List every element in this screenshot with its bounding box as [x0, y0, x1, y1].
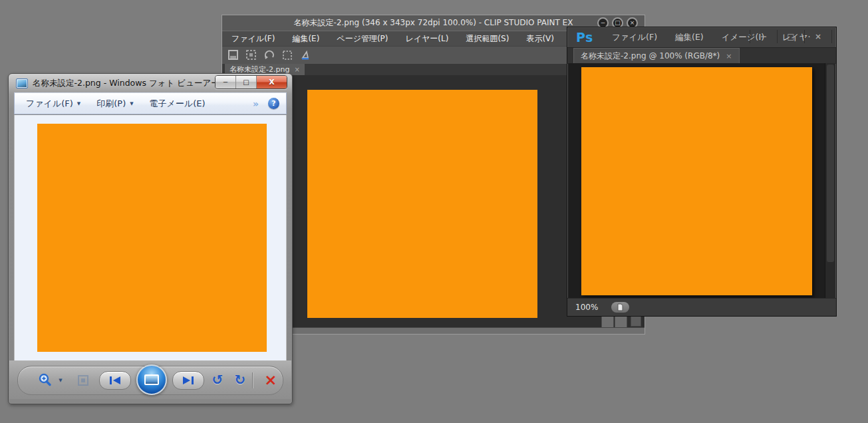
canvas-image[interactable] [307, 90, 537, 318]
photo-image [37, 124, 267, 352]
menu-page-manage[interactable]: ページ管理(P) [337, 33, 388, 45]
rotate-view-icon[interactable] [263, 49, 276, 62]
photoshop-titlebar[interactable]: Ps ファイル(F) 編集(E) イメージ(I) レイヤ· − □ × [567, 27, 836, 47]
chevron-down-icon: ▼ [77, 101, 80, 106]
close-button[interactable]: × [804, 30, 832, 43]
menu-layer[interactable]: レイヤー(L) [406, 33, 449, 45]
photo-viewer-app-icon [16, 78, 28, 88]
photoshop-tabbar: 名称未設定-2.png @ 100% (RGB/8*) × [567, 47, 836, 64]
tab-close-icon[interactable]: × [726, 52, 732, 61]
minimize-button[interactable]: − [750, 30, 777, 43]
zoom-level[interactable]: 100% [575, 303, 598, 312]
menu-select[interactable]: 選択範囲(S) [466, 33, 509, 45]
photo-viewer-window-controls: − □ X [215, 75, 287, 89]
menu-email[interactable]: 電子メール(E) [145, 98, 210, 110]
rotate-clockwise-button[interactable]: ↻ [232, 372, 248, 388]
photoshop-window-controls: − □ × [750, 30, 832, 43]
previous-button[interactable] [99, 371, 131, 390]
clip-studio-title: 名称未設定-2.png (346 x 343px 72dpi 100.0%) -… [294, 18, 573, 27]
photo-viewer-menubar: ファイル(F) ▼ 印刷(P) ▼ 電子メール(E) » ? [14, 92, 287, 114]
photo-viewer-toolbar: ▼ [9, 360, 291, 399]
menu-edit[interactable]: 編集(E) [292, 33, 319, 45]
canvas-image[interactable] [581, 67, 812, 295]
document-tab[interactable]: 名称未設定-2.png @ 100% (RGB/8*) × [573, 48, 740, 64]
menu-file[interactable]: ファイル(F) [231, 33, 275, 45]
desktop: 名称未設定-2.png (346 x 343px 72dpi 100.0%) -… [0, 0, 868, 423]
zoom-dropdown-caret[interactable]: ▼ [57, 376, 65, 384]
document-tab-label: 名称未設定-2.png @ 100% (RGB/8*) [581, 51, 720, 62]
menu-file[interactable]: ファイル(F) ▼ [21, 98, 85, 110]
delete-button[interactable]: × [261, 371, 280, 388]
slideshow-button[interactable] [136, 364, 167, 395]
menu-print[interactable]: 印刷(P) ▼ [92, 98, 138, 110]
chevron-down-icon: ▼ [130, 101, 133, 106]
import-icon[interactable] [245, 49, 258, 62]
overflow-chevron-icon[interactable]: » [253, 98, 259, 109]
minimize-button[interactable]: − [216, 76, 236, 88]
slideshow-icon [144, 374, 159, 385]
rotate-counterclockwise-button[interactable]: ↺ [210, 372, 225, 388]
document-info-button[interactable] [611, 302, 629, 313]
photoshop-window: Ps ファイル(F) 編集(E) イメージ(I) レイヤ· − □ × 名称未設… [567, 27, 837, 317]
menu-view[interactable]: 表示(V) [526, 33, 554, 45]
new-page-icon[interactable] [227, 49, 240, 62]
photoshop-canvas[interactable] [568, 63, 835, 299]
menu-file[interactable]: ファイル(F) [612, 32, 657, 43]
zoom-button[interactable] [37, 372, 54, 388]
photoshop-statusbar: 100% [567, 298, 836, 316]
actual-size-button[interactable] [75, 372, 91, 388]
close-button[interactable]: X [257, 76, 287, 88]
tab-close-icon[interactable]: × [294, 64, 299, 76]
maximize-button[interactable]: □ [777, 30, 804, 43]
photo-viewer-window: 名称未設定-2.png - Windows フォト ビューアー − □ X ファ… [8, 73, 293, 404]
selection-icon[interactable] [281, 49, 294, 62]
photo-viewer-title: 名称未設定-2.png - Windows フォト ビューアー [33, 78, 219, 89]
vertical-scrollbar[interactable] [825, 63, 835, 299]
maximize-button[interactable]: □ [236, 76, 257, 88]
menu-edit[interactable]: 編集(E) [675, 32, 704, 43]
next-button[interactable] [172, 371, 204, 390]
help-button[interactable]: ? [268, 98, 279, 109]
photoshop-logo: Ps [576, 30, 593, 45]
toolbar-pill: ▼ [17, 366, 283, 395]
pen-icon[interactable] [299, 49, 312, 62]
photo-viewer-titlebar[interactable]: 名称未設定-2.png - Windows フォト ビューアー − □ X [9, 74, 292, 92]
photo-viewer-content [14, 115, 287, 360]
scrollbar-thumb[interactable] [827, 65, 834, 262]
toolbar-divider [252, 372, 253, 388]
